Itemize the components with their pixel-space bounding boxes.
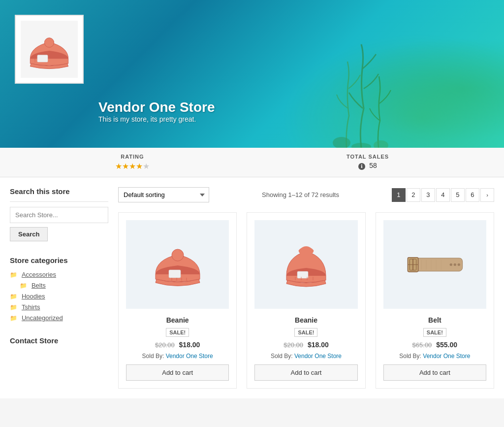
product-grid: Beanie SALE! $20.00 $18.00 Sold By: Vend… xyxy=(118,212,494,389)
category-link-hoodies[interactable]: Hoodies xyxy=(22,293,45,300)
svg-point-0 xyxy=(333,137,350,148)
add-to-cart-beanie1[interactable]: Add to cart xyxy=(126,364,229,381)
search-button[interactable]: Search xyxy=(10,227,48,241)
store-tagline: This is my store, its pretty great. xyxy=(98,115,215,123)
contact-section: Contact Store xyxy=(10,336,108,345)
folder-icon-belts: 📁 xyxy=(20,282,27,289)
svg-point-12 xyxy=(458,263,460,265)
page-btn-5[interactable]: 5 xyxy=(451,188,465,202)
store-info: Vendor One Store This is my store, its p… xyxy=(98,99,215,123)
folder-icon-tshirts: 📁 xyxy=(10,304,17,311)
hero-banner: Vendor One Store This is my store, its p… xyxy=(0,0,504,148)
svg-point-7 xyxy=(172,249,184,261)
search-section: Search this store Search xyxy=(10,187,108,241)
store-logo xyxy=(15,15,84,84)
pagination: 1 2 3 4 5 6 › xyxy=(392,188,494,202)
price-original-beanie1: $20.00 xyxy=(155,341,175,349)
svg-point-10 xyxy=(450,263,452,265)
category-link-belts[interactable]: Belts xyxy=(32,282,46,289)
products-area: Default sorting Sort by popularity Sort … xyxy=(118,187,494,389)
sold-by-link-beanie2[interactable]: Vendor One Store xyxy=(294,353,342,360)
total-sales-stat: TOTAL SALES ℹ 58 xyxy=(346,154,389,171)
svg-point-1 xyxy=(374,140,388,148)
results-text: Showing 1–12 of 72 results xyxy=(262,191,339,198)
sale-badge-beanie1: SALE! xyxy=(166,328,189,337)
price-area-beanie1: $20.00 $18.00 xyxy=(155,341,200,349)
total-sales-label: TOTAL SALES xyxy=(346,154,389,160)
price-original-beanie2: $20.00 xyxy=(284,341,303,349)
categories-section: Store categories 📁 Accessories 📁 Belts 📁… xyxy=(10,256,108,322)
category-link-uncategorized[interactable]: Uncategorized xyxy=(22,314,63,322)
categories-title: Store categories xyxy=(10,256,108,264)
page-wrapper: Vendor One Store This is my store, its p… xyxy=(0,0,504,398)
sale-badge-beanie2: SALE! xyxy=(294,328,317,337)
category-uncategorized: 📁 Uncategorized xyxy=(10,314,108,322)
coral-decoration xyxy=(317,39,406,148)
product-image-beanie2 xyxy=(254,220,357,309)
page-btn-3[interactable]: 3 xyxy=(421,188,435,202)
search-input[interactable] xyxy=(10,207,108,223)
add-to-cart-beanie2[interactable]: Add to cart xyxy=(254,364,357,381)
info-icon: ℹ xyxy=(358,163,365,170)
sort-select[interactable]: Default sorting Sort by popularity Sort … xyxy=(118,187,209,202)
product-card-beanie1: Beanie SALE! $20.00 $18.00 Sold By: Vend… xyxy=(118,212,237,389)
rating-stat: RATING ★★★★★ xyxy=(115,154,150,171)
sidebar: Search this store Search Store categorie… xyxy=(10,187,108,389)
category-link-accessories[interactable]: Accessories xyxy=(22,271,56,278)
sold-by-link-belt[interactable]: Vendor One Store xyxy=(423,353,470,360)
folder-icon-uncategorized: 📁 xyxy=(10,315,17,322)
category-list: 📁 Accessories 📁 Belts 📁 Hoodies 📁 Tshirt… xyxy=(10,270,108,322)
svg-rect-4 xyxy=(37,55,48,63)
sold-by-beanie1: Sold By: Vendor One Store xyxy=(142,353,213,360)
svg-point-2 xyxy=(351,143,371,148)
price-sale-belt: $55.00 xyxy=(436,341,457,349)
total-sales-value: ℹ 58 xyxy=(346,162,389,170)
search-section-title: Search this store xyxy=(10,187,108,196)
price-area-beanie2: $20.00 $18.00 xyxy=(284,341,328,349)
rating-value: ★★★★★ xyxy=(115,162,150,171)
product-card-belt: Belt SALE! $65.00 $55.00 Sold By: Vendor… xyxy=(376,212,494,389)
add-to-cart-belt[interactable]: Add to cart xyxy=(383,364,486,381)
sold-by-belt: Sold By: Vendor One Store xyxy=(399,353,470,360)
folder-icon-hoodies: 📁 xyxy=(10,293,17,300)
main-content: Search this store Search Store categorie… xyxy=(0,177,504,398)
price-sale-beanie2: $18.00 xyxy=(308,341,329,349)
svg-point-9 xyxy=(299,247,314,255)
products-toolbar: Default sorting Sort by popularity Sort … xyxy=(118,187,494,202)
product-image-beanie1 xyxy=(126,220,229,309)
svg-point-5 xyxy=(44,38,54,47)
stats-bar: RATING ★★★★★ TOTAL SALES ℹ 58 xyxy=(0,148,504,177)
svg-rect-6 xyxy=(169,270,181,278)
price-original-belt: $65.00 xyxy=(412,341,432,349)
product-name-belt: Belt xyxy=(428,316,441,324)
price-sale-beanie1: $18.00 xyxy=(179,341,200,349)
page-btn-next[interactable]: › xyxy=(480,188,494,202)
category-belts: 📁 Belts xyxy=(10,281,108,289)
product-name-beanie1: Beanie xyxy=(166,316,189,324)
folder-icon: 📁 xyxy=(10,271,17,278)
product-card-beanie2: Beanie SALE! $20.00 $18.00 Sold By: Vend… xyxy=(247,212,365,389)
category-hoodies: 📁 Hoodies xyxy=(10,292,108,300)
category-link-tshirts[interactable]: Tshirts xyxy=(22,303,40,311)
contact-store-title: Contact Store xyxy=(10,336,108,345)
sold-by-link-beanie1[interactable]: Vendor One Store xyxy=(166,353,213,360)
page-btn-1[interactable]: 1 xyxy=(392,188,406,202)
store-name: Vendor One Store xyxy=(98,99,215,115)
svg-rect-8 xyxy=(297,271,308,278)
divider xyxy=(10,201,108,202)
category-tshirts: 📁 Tshirts xyxy=(10,303,108,311)
product-name-beanie2: Beanie xyxy=(295,316,317,324)
svg-point-11 xyxy=(454,263,456,265)
page-btn-6[interactable]: 6 xyxy=(466,188,479,202)
price-area-belt: $65.00 $55.00 xyxy=(412,341,457,349)
product-image-belt xyxy=(383,220,486,309)
sold-by-beanie2: Sold By: Vendor One Store xyxy=(271,353,342,360)
stars: ★★★★★ xyxy=(115,162,150,170)
rating-label: RATING xyxy=(115,154,150,160)
page-btn-4[interactable]: 4 xyxy=(436,188,450,202)
page-btn-2[interactable]: 2 xyxy=(407,188,420,202)
category-accessories: 📁 Accessories xyxy=(10,270,108,278)
sale-badge-belt: SALE! xyxy=(423,328,446,337)
